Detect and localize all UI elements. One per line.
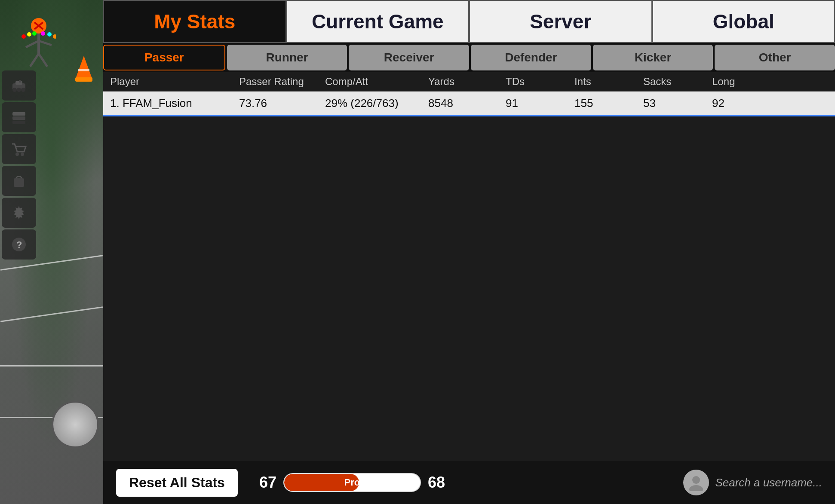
sidebar: ? (0, 69, 39, 261)
joystick[interactable] (52, 401, 99, 448)
cell-long: 92 (712, 97, 781, 110)
tab-my-stats[interactable]: My Stats (103, 0, 286, 43)
avatar-icon (683, 470, 709, 495)
table-row: 1. FFAM_Fusion 73.76 29% (226/763) 8548 … (103, 92, 835, 116)
main-content: My Stats Current Game Server Global Pass… (103, 0, 835, 504)
svg-point-9 (27, 32, 31, 37)
svg-point-33 (689, 485, 703, 491)
tank-icon[interactable] (2, 70, 36, 101)
col-ints: Ints (574, 76, 643, 88)
search-area: Search a username... (683, 470, 822, 495)
tab-current-game[interactable]: Current Game (286, 0, 470, 43)
svg-point-32 (692, 476, 700, 484)
svg-rect-15 (75, 77, 92, 82)
bag-icon[interactable] (2, 166, 36, 196)
svg-rect-28 (14, 178, 24, 187)
svg-rect-16 (78, 69, 89, 71)
svg-text:?: ? (16, 239, 22, 250)
tab-runner[interactable]: Runner (227, 45, 347, 70)
tab-receiver[interactable]: Receiver (349, 45, 469, 70)
svg-point-8 (21, 34, 26, 39)
xp-label: Pro (344, 477, 360, 488)
svg-point-21 (17, 88, 21, 92)
svg-point-13 (53, 34, 56, 39)
tab-defender[interactable]: Defender (471, 45, 591, 70)
bottom-bar: Reset All Stats 67 Pro 68 Search a usern… (103, 461, 835, 504)
svg-rect-24 (12, 116, 25, 120)
col-long: Long (712, 76, 781, 88)
stack-icon[interactable] (2, 102, 36, 132)
svg-point-26 (15, 153, 19, 156)
svg-point-12 (47, 32, 52, 37)
col-passer-rating: Passer Rating (239, 76, 325, 88)
yard-line (0, 365, 103, 367)
svg-marker-14 (75, 56, 92, 79)
search-placeholder[interactable]: Search a username... (715, 476, 822, 489)
traffic-cone (73, 56, 95, 82)
reset-stats-button[interactable]: Reset All Stats (116, 469, 238, 497)
cell-tds: 91 (506, 97, 574, 110)
svg-line-6 (30, 54, 39, 67)
col-comp-att: Comp/Att (325, 76, 428, 88)
level-left: 67 (259, 473, 276, 492)
svg-point-11 (41, 31, 45, 36)
table-header: Player Passer Rating Comp/Att Yards TDs … (103, 72, 835, 92)
col-tds: TDs (506, 76, 574, 88)
col-yards: Yards (428, 76, 506, 88)
svg-line-4 (26, 41, 39, 47)
top-tabs: My Stats Current Game Server Global (103, 0, 835, 43)
cell-passer-rating: 73.76 (239, 97, 325, 110)
svg-point-22 (21, 88, 25, 92)
gear-icon[interactable] (2, 198, 36, 228)
svg-point-20 (12, 88, 17, 92)
svg-line-5 (39, 41, 52, 45)
svg-line-7 (39, 54, 47, 67)
cart-icon[interactable] (2, 134, 36, 164)
level-right: 68 (428, 473, 445, 492)
tab-global[interactable]: Global (652, 0, 835, 43)
cell-comp-att: 29% (226/763) (325, 97, 428, 110)
cone-character (21, 17, 56, 69)
svg-rect-25 (12, 121, 25, 124)
cell-sacks: 53 (643, 97, 712, 110)
tab-server[interactable]: Server (469, 0, 652, 43)
tab-other[interactable]: Other (715, 45, 835, 70)
cell-player: 1. FFAM_Fusion (110, 97, 239, 110)
svg-point-27 (21, 153, 24, 156)
svg-rect-19 (19, 80, 21, 82)
svg-point-10 (32, 31, 37, 36)
stats-area: Player Passer Rating Comp/Att Yards TDs … (103, 72, 835, 504)
xp-bar: Pro (283, 473, 421, 492)
cell-ints: 155 (574, 97, 643, 110)
col-sacks: Sacks (643, 76, 712, 88)
help-icon[interactable]: ? (2, 229, 36, 260)
position-tabs: Passer Runner Receiver Defender Kicker O… (103, 43, 835, 72)
tab-kicker[interactable]: Kicker (593, 45, 713, 70)
col-player: Player (110, 76, 239, 88)
svg-rect-23 (12, 112, 25, 116)
tab-passer[interactable]: Passer (103, 45, 225, 70)
level-display: 67 Pro 68 (259, 473, 445, 492)
cell-yards: 8548 (428, 97, 506, 110)
